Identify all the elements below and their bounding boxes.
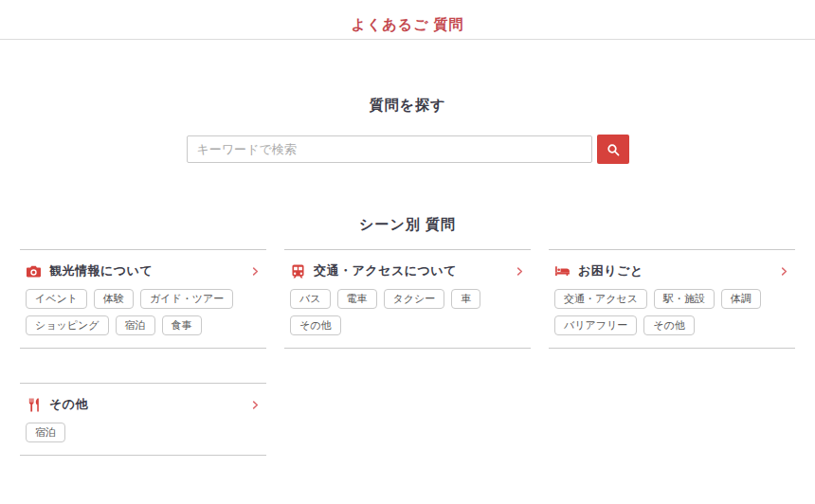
category-tag[interactable]: バリアフリー	[554, 315, 637, 335]
category-header[interactable]: その他	[26, 396, 264, 413]
search-button[interactable]	[597, 135, 629, 164]
chevron-right-icon	[250, 400, 261, 410]
category-title: 交通・アクセスについて	[314, 262, 515, 279]
search-input[interactable]	[187, 135, 592, 163]
tag-list: 宿泊	[26, 423, 264, 442]
scene-section-heading: シーン別 質問	[0, 214, 815, 235]
tag-list: イベント 体験 ガイド・ツアー ショッピング 宿泊 食事	[26, 289, 264, 335]
category-tag[interactable]: バス	[290, 289, 331, 309]
chevron-right-icon	[515, 266, 525, 277]
fork-knife-icon	[26, 397, 42, 413]
category-tag[interactable]: 交通・アクセス	[554, 289, 647, 309]
category-tag[interactable]: 駅・施設	[654, 289, 715, 309]
category-block-transport: 交通・アクセスについて バス 電車 タクシー 車 その他	[284, 249, 531, 349]
category-block-other: その他 宿泊	[20, 383, 266, 456]
category-tag[interactable]: タクシー	[384, 289, 445, 309]
category-block-trouble: お困りごと 交通・アクセス 駅・施設 体調 バリアフリー その他	[549, 249, 795, 349]
category-tag[interactable]: イベント	[26, 289, 87, 309]
chevron-right-icon	[779, 266, 789, 277]
category-tag[interactable]: その他	[643, 315, 695, 335]
category-tag[interactable]: 食事	[162, 315, 202, 335]
category-title: お困りごと	[578, 262, 779, 279]
grid-column-3: お困りごと 交通・アクセス 駅・施設 体調 バリアフリー その他	[549, 249, 795, 349]
header-divider	[0, 39, 815, 40]
category-tag[interactable]: 宿泊	[26, 423, 65, 442]
category-tag[interactable]: 体験	[94, 289, 134, 309]
category-header[interactable]: 交通・アクセスについて	[290, 262, 529, 279]
grid-column-1: 観光情報について イベント 体験 ガイド・ツアー ショッピング 宿泊 食事	[20, 249, 266, 456]
search-icon	[606, 142, 621, 157]
category-grid: 観光情報について イベント 体験 ガイド・ツアー ショッピング 宿泊 食事	[20, 249, 795, 456]
search-bar	[0, 135, 815, 164]
search-section-heading: 質問を探す	[0, 95, 815, 116]
tag-list: バス 電車 タクシー 車 その他	[290, 289, 529, 335]
train-icon	[290, 263, 306, 279]
tag-list: 交通・アクセス 駅・施設 体調 バリアフリー その他	[554, 289, 793, 335]
bed-icon	[554, 263, 570, 279]
category-block-sightseeing: 観光情報について イベント 体験 ガイド・ツアー ショッピング 宿泊 食事	[20, 249, 266, 349]
grid-column-2: 交通・アクセスについて バス 電車 タクシー 車 その他	[284, 249, 531, 349]
category-tag[interactable]: 車	[451, 289, 480, 309]
category-tag[interactable]: その他	[290, 315, 341, 335]
category-tag[interactable]: 体調	[721, 289, 761, 309]
category-title: その他	[49, 396, 250, 413]
category-tag[interactable]: ショッピング	[26, 315, 109, 335]
page-title: よくあるご 質問	[0, 0, 815, 39]
category-header[interactable]: 観光情報について	[26, 262, 264, 279]
chevron-right-icon	[250, 266, 261, 277]
category-tag[interactable]: ガイド・ツアー	[140, 289, 233, 309]
category-header[interactable]: お困りごと	[554, 262, 793, 279]
category-tag[interactable]: 宿泊	[116, 315, 155, 335]
category-tag[interactable]: 電車	[337, 289, 377, 309]
category-title: 観光情報について	[49, 262, 250, 279]
camera-icon	[26, 263, 42, 279]
